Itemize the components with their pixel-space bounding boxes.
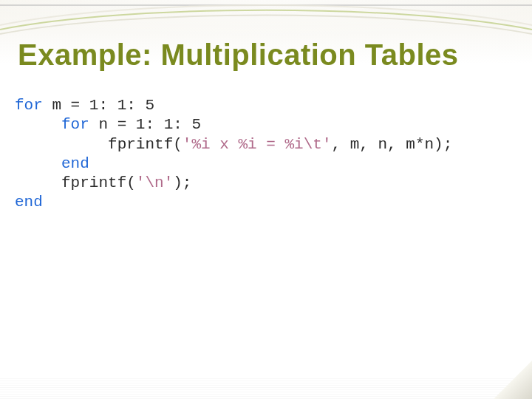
placeholder-box xyxy=(399,236,502,272)
keyword-end: end xyxy=(15,194,43,211)
top-border xyxy=(0,4,532,6)
code-text: m = 1: 1: 5 xyxy=(43,97,154,114)
placeholder-box xyxy=(296,236,377,272)
code-fn: fprintf( xyxy=(61,174,136,191)
code-indent xyxy=(15,136,108,153)
code-text: , m, n, m*n); xyxy=(332,136,453,153)
slide-title: Example: Multiplication Tables xyxy=(18,38,514,72)
code-string: '%i x %i = %i\t' xyxy=(183,136,332,153)
footer-texture xyxy=(0,378,532,399)
keyword-for: for xyxy=(61,116,89,133)
code-indent xyxy=(15,116,61,133)
keyword-end: end xyxy=(61,155,89,172)
code-indent xyxy=(15,155,61,172)
slide: Example: Multiplication Tables for m = 1… xyxy=(0,0,532,399)
placeholder-box xyxy=(37,287,502,346)
code-fn: fprintf( xyxy=(108,136,183,153)
placeholder-box xyxy=(31,236,281,272)
code-indent xyxy=(15,174,61,191)
code-text: n = 1: 1: 5 xyxy=(89,116,201,133)
code-block: for m = 1: 1: 5 for n = 1: 1: 5 fprintf(… xyxy=(15,96,517,213)
keyword-for: for xyxy=(15,97,43,114)
code-text: ); xyxy=(173,174,191,191)
code-string: '\n' xyxy=(136,174,173,191)
